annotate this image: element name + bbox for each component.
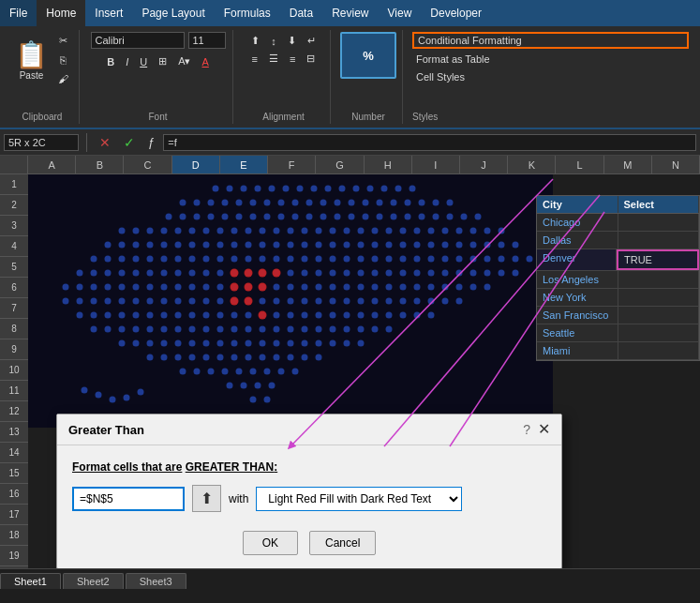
align-middle-button[interactable]: ↕ [266, 33, 281, 50]
cut-button[interactable]: ✂ [53, 32, 73, 50]
align-right-button[interactable]: ≡ [285, 51, 300, 68]
col-header-C[interactable]: C [124, 156, 171, 173]
row-19[interactable]: 19 [0, 546, 28, 566]
dialog-style-select[interactable]: Light Red Fill with Dark Red Text [256, 487, 462, 511]
svg-point-250 [203, 312, 210, 319]
table-row[interactable]: San Francisco [537, 307, 699, 324]
dialog-cancel-button[interactable]: Cancel [309, 531, 376, 555]
row-6[interactable]: 6 [0, 278, 28, 298]
confirm-formula-button[interactable]: ✓ [119, 132, 140, 153]
font-color-button[interactable]: A [197, 53, 213, 70]
col-header-H[interactable]: H [365, 156, 412, 173]
copy-button[interactable]: ⎘ [53, 52, 73, 68]
col-header-J[interactable]: J [460, 156, 508, 173]
row-16[interactable]: 16 [0, 484, 28, 505]
cell-styles-button[interactable]: Cell Styles [412, 69, 689, 84]
col-header-F[interactable]: F [268, 156, 316, 173]
sheet-tab-2[interactable]: Sheet2 [63, 573, 124, 589]
paste-button[interactable]: 📋 Paste [11, 36, 52, 84]
col-header-A[interactable]: A [28, 156, 76, 173]
dialog-help-button[interactable]: ? [523, 422, 530, 437]
percent-button[interactable]: % [340, 32, 396, 79]
col-header-G[interactable]: G [316, 156, 364, 173]
row-18[interactable]: 18 [0, 525, 28, 546]
col-header-D[interactable]: D [172, 156, 220, 173]
svg-point-231 [330, 298, 336, 305]
format-as-table-button[interactable]: Format as Table [412, 52, 689, 67]
align-left-button[interactable]: ≡ [247, 51, 262, 68]
table-row[interactable]: Los Angeles [537, 271, 699, 289]
row-17[interactable]: 17 [0, 505, 28, 525]
table-row[interactable]: Miami [537, 342, 699, 360]
col-header-M[interactable]: M [604, 156, 652, 173]
table-row[interactable]: Denver TRUE [537, 249, 699, 271]
sheet-tab-3[interactable]: Sheet3 [126, 573, 186, 589]
menu-review[interactable]: Review [322, 0, 378, 26]
svg-point-263 [386, 312, 393, 319]
dialog-value-input[interactable] [72, 487, 185, 511]
font-name-input[interactable] [91, 32, 185, 49]
row-8[interactable]: 8 [0, 319, 28, 339]
table-row[interactable]: New York [537, 289, 699, 307]
table-row[interactable]: Chicago [537, 214, 699, 232]
row-15[interactable]: 15 [0, 463, 28, 484]
cell-reference-input[interactable] [4, 134, 79, 151]
underline-button[interactable]: U [135, 53, 152, 70]
table-row[interactable]: Seattle [537, 324, 699, 342]
conditional-formatting-button[interactable]: Conditional Formatting [412, 32, 689, 49]
menu-insert[interactable]: Insert [85, 0, 132, 26]
formula-input[interactable] [163, 134, 696, 151]
row-11[interactable]: 11 [0, 381, 28, 401]
align-top-button[interactable]: ⬆ [246, 32, 264, 50]
row-10[interactable]: 10 [0, 360, 28, 381]
format-painter-button[interactable]: 🖌 [53, 70, 73, 87]
menu-data[interactable]: Data [280, 0, 322, 26]
dialog-upload-button[interactable]: ⬆ [192, 485, 221, 512]
row-14[interactable]: 14 [0, 443, 28, 463]
col-header-N[interactable]: N [652, 156, 700, 173]
col-header-I[interactable]: I [412, 156, 460, 173]
row-5[interactable]: 5 [0, 257, 28, 278]
row-1[interactable]: 1 [0, 174, 28, 195]
row-3[interactable]: 3 [0, 216, 28, 236]
dialog-close-button[interactable]: ✕ [538, 422, 550, 437]
italic-button[interactable]: I [121, 53, 133, 70]
svg-point-312 [217, 354, 224, 361]
row-12[interactable]: 12 [0, 401, 28, 422]
cancel-formula-button[interactable]: ✕ [95, 132, 115, 153]
menu-view[interactable]: View [379, 0, 422, 26]
svg-point-97 [246, 242, 252, 249]
insert-function-button[interactable]: ƒ [143, 132, 159, 153]
sheet-tab-1[interactable]: Sheet1 [0, 573, 61, 589]
align-center-button[interactable]: ☰ [264, 50, 283, 68]
corner-cell[interactable] [0, 156, 28, 173]
menu-formulas[interactable]: Formulas [215, 0, 280, 26]
dialog-ok-button[interactable]: OK [243, 531, 298, 555]
menu-home[interactable]: Home [37, 0, 85, 26]
bold-button[interactable]: B [102, 53, 119, 70]
svg-point-71 [288, 228, 294, 234]
menu-file[interactable]: File [0, 0, 37, 26]
menu-page-layout[interactable]: Page Layout [132, 0, 214, 26]
border-button[interactable]: ⊞ [154, 53, 171, 70]
row-2[interactable]: 2 [0, 195, 28, 216]
font-size-input[interactable] [188, 32, 226, 49]
svg-point-168 [344, 270, 350, 277]
fill-color-button[interactable]: A▾ [173, 53, 195, 70]
dialog-footer: OK Cancel [57, 523, 561, 568]
col-header-B[interactable]: B [76, 156, 124, 173]
svg-point-340 [231, 269, 239, 278]
row-13[interactable]: 13 [0, 422, 28, 443]
row-4[interactable]: 4 [0, 236, 28, 257]
col-header-E[interactable]: E [220, 156, 268, 173]
wrap-text-button[interactable]: ↵ [303, 32, 320, 50]
table-row[interactable]: Dallas [537, 232, 699, 249]
row-7[interactable]: 7 [0, 298, 28, 319]
svg-point-256 [288, 312, 294, 319]
align-bottom-button[interactable]: ⬇ [283, 32, 301, 50]
col-header-L[interactable]: L [556, 156, 603, 173]
merge-button[interactable]: ⊟ [302, 50, 320, 68]
col-header-K[interactable]: K [508, 156, 556, 173]
row-9[interactable]: 9 [0, 339, 28, 360]
menu-developer[interactable]: Developer [421, 0, 491, 26]
